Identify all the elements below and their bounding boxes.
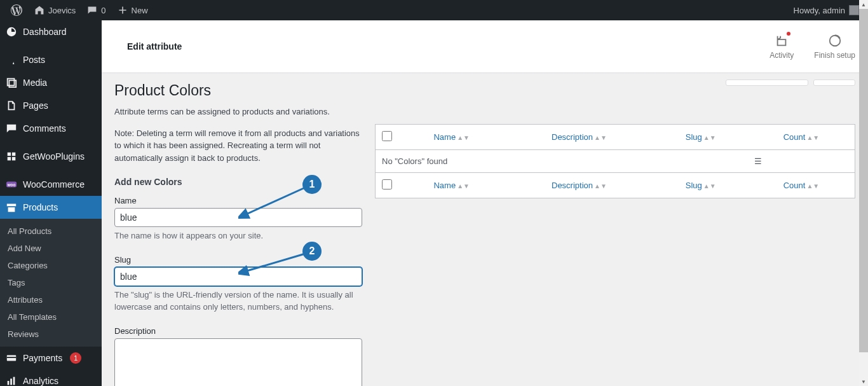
menu-woocommerce[interactable]: woo WooCommerce: [0, 173, 102, 196]
sort-icon: ▲▼: [703, 134, 716, 141]
scrollbar-thumb[interactable]: [859, 9, 868, 352]
browser-scrollbar[interactable]: ▲ ▼: [859, 0, 868, 386]
submenu-add-new[interactable]: Add New: [0, 240, 102, 257]
menu-label: Comments: [23, 123, 66, 134]
menu-getwooplugins[interactable]: GetWooPlugins: [0, 145, 102, 168]
scroll-down-icon[interactable]: ▼: [859, 377, 868, 386]
svg-rect-1: [12, 153, 15, 156]
svg-rect-7: [7, 357, 16, 358]
sort-icon: ▲▼: [703, 183, 716, 190]
col-slug-header[interactable]: Slug▲▼: [653, 125, 748, 150]
sort-icon: ▲▼: [457, 183, 470, 190]
products-icon: [5, 201, 18, 214]
submenu-all-templates[interactable]: All Templates: [0, 308, 102, 326]
content-area: Product Colors Attribute terms can be as…: [102, 73, 868, 386]
menu-payments[interactable]: Payments 1: [0, 347, 102, 369]
svg-text:woo: woo: [7, 183, 16, 187]
page-header-title: Edit attribute: [127, 41, 182, 52]
menu-label: Pages: [23, 100, 48, 111]
annotation-arrow-2: [238, 251, 308, 276]
col-desc-footer[interactable]: Description▲▼: [505, 173, 653, 198]
svg-rect-9: [10, 378, 12, 385]
submenu-reviews[interactable]: Reviews: [0, 326, 102, 343]
comments-count: 0: [101, 6, 105, 15]
payments-badge: 1: [70, 352, 81, 364]
annotation-badge-1: 1: [302, 175, 322, 194]
page-description: Attribute terms can be assigned to produ…: [114, 106, 362, 118]
sort-icon: ▲▼: [594, 134, 607, 141]
comment-icon: [5, 122, 18, 135]
menu-label: GetWooPlugins: [23, 151, 85, 162]
page-icon: [5, 99, 18, 112]
col-count-header[interactable]: Count▲▼: [748, 125, 855, 150]
submenu-categories[interactable]: Categories: [0, 257, 102, 274]
partial-button[interactable]: [813, 79, 855, 86]
row-menu-icon[interactable]: ☰: [748, 150, 855, 173]
empty-message: No "Colors" found: [376, 150, 748, 173]
select-all-checkbox-footer[interactable]: [382, 179, 392, 190]
menu-media[interactable]: Media: [0, 71, 102, 94]
menu-label: Dashboard: [23, 27, 67, 37]
menu-pages[interactable]: Pages: [0, 94, 102, 117]
admin-bar-right[interactable]: Howdy, admin: [794, 5, 863, 15]
media-icon: [5, 76, 18, 89]
menu-comments[interactable]: Comments: [0, 117, 102, 140]
col-count-footer[interactable]: Count▲▼: [748, 173, 855, 198]
comment-icon: [86, 4, 98, 17]
col-name-header[interactable]: Name▲▼: [398, 125, 505, 150]
annotation-badge-2: 2: [302, 242, 322, 261]
description-textarea[interactable]: [114, 338, 362, 387]
page-header: Edit attribute Activity Finish setup: [102, 20, 868, 73]
svg-line-13: [245, 254, 305, 272]
col-name-footer[interactable]: Name▲▼: [398, 173, 505, 198]
select-all-checkbox[interactable]: [382, 131, 392, 141]
finish-setup-label: Finish setup: [814, 51, 855, 60]
submenu-all-products[interactable]: All Products: [0, 223, 102, 240]
menu-label: Payments: [23, 353, 62, 363]
activity-button[interactable]: Activity: [770, 33, 794, 60]
svg-line-12: [245, 188, 305, 215]
submenu-tags[interactable]: Tags: [0, 274, 102, 291]
wp-logo[interactable]: [5, 0, 28, 20]
activity-label: Activity: [770, 51, 794, 60]
header-actions: Activity Finish setup: [770, 33, 855, 60]
comments-link[interactable]: 0: [81, 0, 111, 20]
analytics-icon: [5, 375, 18, 386]
menu-dashboard[interactable]: Dashboard: [0, 20, 102, 43]
finish-setup-button[interactable]: Finish setup: [814, 33, 855, 60]
submenu-attributes[interactable]: Attributes: [0, 291, 102, 308]
page-title: Product Colors: [114, 82, 362, 99]
menu-analytics[interactable]: Analytics: [0, 369, 102, 386]
admin-sidebar: Dashboard Posts Media Pages Comments Get…: [0, 20, 102, 386]
partial-button[interactable]: [726, 79, 808, 86]
dashboard-icon: [5, 25, 18, 38]
notification-dot-icon: [787, 32, 790, 36]
menu-products[interactable]: Products: [0, 196, 102, 219]
main-content: Edit attribute Activity Finish setup Pro: [102, 20, 868, 386]
col-desc-header[interactable]: Description▲▼: [505, 125, 653, 150]
slug-help: The "slug" is the URL-friendly version o…: [114, 289, 362, 314]
svg-rect-3: [12, 157, 15, 160]
admin-bar-left: Joevics 0 New: [5, 0, 153, 20]
sort-icon: ▲▼: [457, 134, 470, 141]
pin-icon: [5, 53, 18, 66]
activity-icon: [774, 33, 789, 48]
scroll-up-icon[interactable]: ▲: [859, 0, 868, 9]
menu-label: Products: [23, 202, 58, 212]
progress-icon: [827, 33, 843, 48]
svg-rect-0: [8, 153, 11, 156]
new-link[interactable]: New: [111, 0, 153, 20]
col-slug-footer[interactable]: Slug▲▼: [653, 173, 748, 198]
plugin-icon: [5, 150, 18, 163]
products-submenu: All Products Add New Categories Tags Att…: [0, 219, 102, 347]
annotation-arrow-1: [238, 184, 308, 219]
site-name: Joevics: [48, 6, 76, 15]
site-name-link[interactable]: Joevics: [28, 0, 81, 20]
menu-posts[interactable]: Posts: [0, 48, 102, 71]
svg-rect-2: [8, 157, 11, 160]
description-label: Description: [114, 326, 362, 336]
partial-buttons: [726, 79, 855, 86]
avatar-icon: [849, 5, 859, 15]
admin-bar: Joevics 0 New Howdy, admin: [0, 0, 868, 20]
terms-table: Name▲▼ Description▲▼ Slug▲▼ Count▲▼ No "…: [375, 124, 855, 198]
